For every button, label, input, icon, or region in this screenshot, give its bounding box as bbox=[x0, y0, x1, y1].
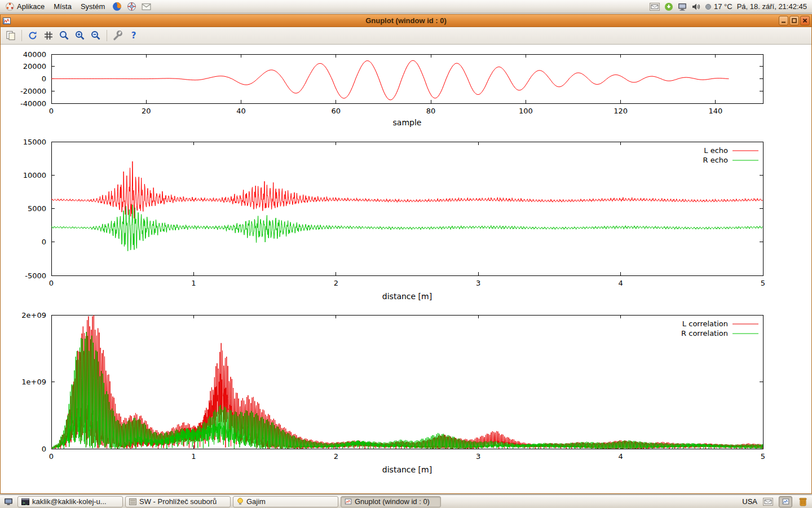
gnuplot-toolbar: ? bbox=[1, 27, 811, 45]
mail-launcher-icon[interactable] bbox=[139, 1, 153, 13]
svg-text:?: ? bbox=[131, 30, 136, 41]
svg-text:R correlation: R correlation bbox=[681, 329, 728, 338]
svg-text:1: 1 bbox=[191, 279, 196, 287]
toolbar-separator bbox=[21, 30, 22, 41]
svg-text:-20000: -20000 bbox=[20, 87, 46, 95]
svg-text:-40000: -40000 bbox=[20, 99, 46, 108]
ubuntu-logo-icon bbox=[6, 2, 14, 11]
svg-text:1: 1 bbox=[191, 452, 196, 461]
menu-applications[interactable]: Aplikace bbox=[2, 1, 48, 12]
gnome-top-panel: Aplikace Místa Systém 17 °C Pá, 18. září… bbox=[0, 0, 812, 14]
keyboard-layout-indicator[interactable]: USA bbox=[742, 497, 757, 506]
svg-text:L echo: L echo bbox=[704, 146, 728, 155]
svg-text:>_: >_ bbox=[23, 500, 28, 505]
svg-text:3: 3 bbox=[476, 279, 480, 287]
gnome-taskbar: >_ kaklik@kaklik-kolej-u... SW - Prohlíž… bbox=[0, 494, 812, 508]
svg-text:sample: sample bbox=[393, 118, 422, 127]
gnuplot-window: Gnuplot (window id : 0) ? 02040608010012… bbox=[0, 14, 812, 494]
clock-label[interactable]: Pá, 18. září, 21:42:45 bbox=[737, 2, 807, 11]
taskbar-item-gajim[interactable]: Gajim bbox=[233, 496, 338, 507]
zoom-button[interactable] bbox=[58, 29, 71, 42]
svg-text:20000: 20000 bbox=[23, 62, 46, 71]
svg-text:5: 5 bbox=[761, 452, 765, 461]
svg-text:5: 5 bbox=[761, 279, 765, 287]
desktop-screen: { "top_panel": { "menus": [ {"label": "A… bbox=[0, 0, 812, 508]
toolbar-separator bbox=[107, 30, 107, 41]
sample-waveform-plot[interactable]: 02040608010012014040000200000-20000-4000… bbox=[1, 45, 811, 136]
svg-text:0: 0 bbox=[42, 75, 46, 83]
svg-text:0: 0 bbox=[42, 445, 46, 453]
svg-text:40000: 40000 bbox=[23, 50, 46, 59]
menu-system[interactable]: Systém bbox=[77, 1, 109, 12]
gnuplot-tray-button[interactable] bbox=[779, 496, 792, 507]
system-tray: 17 °C Pá, 18. září, 21:42:45 bbox=[650, 2, 810, 11]
minimize-button[interactable] bbox=[779, 16, 788, 25]
svg-text:4: 4 bbox=[618, 279, 623, 287]
taskbar-item-label: kaklik@kaklik-kolej-u... bbox=[32, 497, 107, 506]
config-wrench-button[interactable] bbox=[111, 29, 125, 42]
taskbar-item-label: SW - Prohlížeč souborů bbox=[139, 497, 217, 506]
weather-applet[interactable]: 17 °C bbox=[705, 2, 732, 11]
svg-text:100: 100 bbox=[519, 107, 533, 115]
taskbar-right-cluster: USA bbox=[742, 496, 810, 507]
update-notifier-icon[interactable] bbox=[664, 2, 673, 11]
zoom-in-button[interactable] bbox=[73, 29, 87, 42]
taskbar-item-terminal[interactable]: >_ kaklik@kaklik-kolej-u... bbox=[17, 496, 123, 507]
help-launcher-icon[interactable] bbox=[125, 1, 138, 13]
menu-label: Aplikace bbox=[17, 2, 45, 11]
taskbar-item-label: Gnuplot (window id : 0) bbox=[355, 497, 430, 506]
svg-text:3: 3 bbox=[476, 452, 480, 461]
help-button[interactable]: ? bbox=[127, 29, 140, 42]
svg-text:20: 20 bbox=[142, 107, 151, 115]
zoom-out-button[interactable] bbox=[89, 29, 103, 42]
svg-text:0: 0 bbox=[42, 238, 46, 246]
show-desktop-button[interactable] bbox=[2, 496, 15, 507]
svg-text:2e+09: 2e+09 bbox=[21, 311, 46, 319]
svg-text:0: 0 bbox=[49, 452, 54, 461]
menu-label: Místa bbox=[54, 2, 72, 11]
svg-text:0: 0 bbox=[49, 107, 54, 115]
file-manager-icon bbox=[129, 498, 136, 505]
grid-toggle-button[interactable] bbox=[42, 29, 55, 42]
svg-text:60: 60 bbox=[332, 107, 341, 115]
taskbar-item-file-manager[interactable]: SW - Prohlížeč souborů bbox=[125, 496, 231, 507]
mail-notifier-icon[interactable] bbox=[650, 3, 660, 11]
refresh-button[interactable] bbox=[26, 29, 39, 42]
svg-text:0: 0 bbox=[49, 279, 54, 287]
svg-text:80: 80 bbox=[426, 107, 436, 115]
svg-text:10000: 10000 bbox=[23, 171, 46, 179]
firefox-launcher-icon[interactable] bbox=[110, 1, 123, 13]
svg-text:distance [m]: distance [m] bbox=[382, 465, 432, 474]
weather-icon bbox=[705, 3, 712, 10]
volume-icon[interactable] bbox=[691, 3, 700, 11]
svg-text:120: 120 bbox=[614, 107, 628, 115]
window-title: Gnuplot (window id : 0) bbox=[1, 16, 811, 25]
menu-label: Systém bbox=[81, 2, 105, 11]
svg-text:2: 2 bbox=[334, 452, 338, 461]
svg-text:distance [m]: distance [m] bbox=[382, 292, 432, 301]
svg-text:15000: 15000 bbox=[23, 138, 46, 146]
gajim-icon bbox=[237, 498, 244, 505]
terminal-icon: >_ bbox=[21, 498, 29, 505]
svg-text:4: 4 bbox=[618, 452, 623, 461]
svg-text:R echo: R echo bbox=[703, 156, 728, 164]
copy-to-clipboard-button[interactable] bbox=[4, 29, 17, 42]
mail-tray-icon[interactable] bbox=[763, 498, 773, 506]
svg-text:-5000: -5000 bbox=[25, 271, 46, 280]
remote-desktop-icon[interactable] bbox=[678, 3, 687, 11]
plot-area: 02040608010012014040000200000-20000-4000… bbox=[1, 45, 811, 493]
close-button[interactable] bbox=[800, 16, 810, 25]
svg-text:40: 40 bbox=[236, 107, 246, 115]
window-titlebar[interactable]: Gnuplot (window id : 0) bbox=[1, 15, 811, 27]
trash-applet-icon[interactable] bbox=[798, 497, 808, 507]
svg-text:2: 2 bbox=[334, 279, 338, 287]
gnuplot-icon bbox=[345, 498, 352, 505]
svg-text:L correlation: L correlation bbox=[682, 319, 728, 328]
maximize-button[interactable] bbox=[789, 16, 799, 25]
svg-text:140: 140 bbox=[708, 107, 722, 115]
menu-places[interactable]: Místa bbox=[50, 1, 76, 12]
taskbar-item-gnuplot[interactable]: Gnuplot (window id : 0) bbox=[341, 496, 441, 507]
correlation-plot[interactable]: 0123452e+091e+090distance [m]L correlati… bbox=[1, 310, 811, 484]
echo-plot[interactable]: 012345150001000050000-5000distance [m]L … bbox=[1, 136, 811, 310]
temperature-label: 17 °C bbox=[714, 2, 732, 11]
